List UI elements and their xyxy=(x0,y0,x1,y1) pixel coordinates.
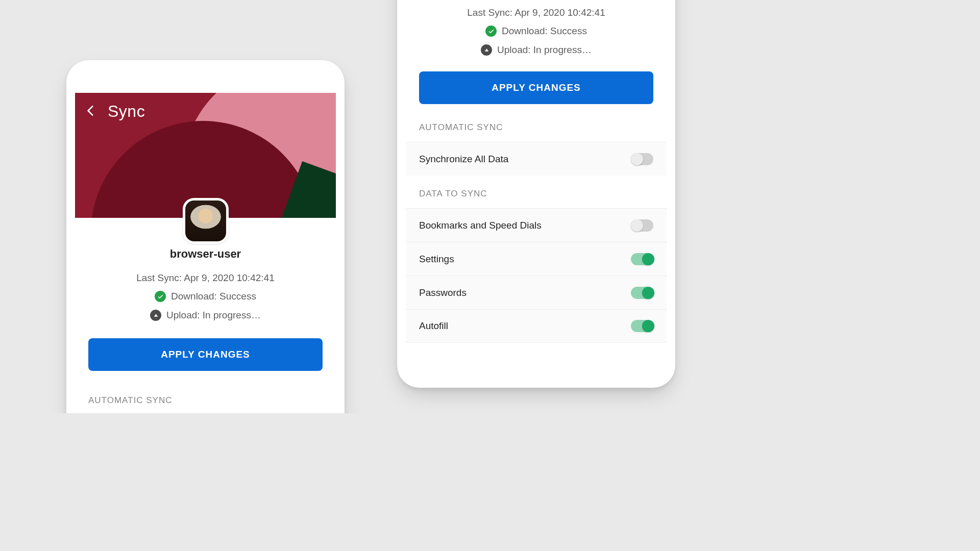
upload-circle-icon xyxy=(150,310,161,321)
toggle-switch[interactable] xyxy=(631,320,653,332)
last-sync-label: Last Sync: Apr 9, 2020 10:42:41 xyxy=(75,269,336,287)
check-circle-icon xyxy=(485,26,497,37)
username-label: browser-user xyxy=(75,247,336,261)
download-status-label: Download: Success xyxy=(171,287,256,306)
toggle-row-bookmarks[interactable]: Bookmarks and Speed Dials xyxy=(406,208,667,242)
phone-frame-right: Last Sync: Apr 9, 2020 10:42:41 Download… xyxy=(397,0,675,388)
svg-marker-0 xyxy=(154,314,157,317)
toggle-row-settings[interactable]: Settings xyxy=(406,242,667,276)
sync-status-block: Last Sync: Apr 9, 2020 10:42:41 Download… xyxy=(75,269,336,324)
phone-screen-left: Sync browser-user Last Sync: Apr 9, 2020… xyxy=(75,69,336,413)
phone-screen-right: Last Sync: Apr 9, 2020 10:42:41 Download… xyxy=(406,0,667,379)
download-status-label: Download: Success xyxy=(502,22,587,40)
toggle-switch[interactable] xyxy=(631,153,653,165)
page-title: Sync xyxy=(108,102,145,121)
toggle-label: Autofill xyxy=(419,320,448,332)
section-header-automatic-sync: AUTOMATIC SYNC xyxy=(406,122,667,142)
toggle-row-passwords[interactable]: Passwords xyxy=(406,276,667,309)
svg-marker-1 xyxy=(484,48,488,52)
upload-circle-icon xyxy=(481,44,492,56)
toggle-switch[interactable] xyxy=(631,219,653,232)
upload-status-label: Upload: In progress… xyxy=(497,41,592,59)
toggle-label: Synchronize All Data xyxy=(419,154,508,165)
upload-status-label: Upload: In progress… xyxy=(166,306,261,324)
apply-changes-button[interactable]: APPLY CHANGES xyxy=(88,338,323,371)
section-header-data-to-sync: DATA TO SYNC xyxy=(406,176,667,208)
toggle-switch[interactable] xyxy=(631,287,653,299)
back-button[interactable] xyxy=(84,104,97,119)
phone-frame-left: Sync browser-user Last Sync: Apr 9, 2020… xyxy=(66,60,345,413)
toggle-label: Bookmarks and Speed Dials xyxy=(419,220,542,231)
last-sync-label: Last Sync: Apr 9, 2020 10:42:41 xyxy=(406,4,667,22)
user-avatar[interactable] xyxy=(183,198,229,244)
sync-status-block: Last Sync: Apr 9, 2020 10:42:41 Download… xyxy=(406,0,667,59)
apply-changes-button[interactable]: APPLY CHANGES xyxy=(419,71,653,104)
toggle-label: Passwords xyxy=(419,287,467,298)
toggle-row-autofill[interactable]: Autofill xyxy=(406,309,667,343)
check-circle-icon xyxy=(155,291,166,302)
toggle-row-sync-all[interactable]: Synchronize All Data xyxy=(406,142,667,176)
toggle-label: Settings xyxy=(419,254,454,265)
toggle-switch[interactable] xyxy=(631,253,653,265)
section-header-automatic-sync: AUTOMATIC SYNC xyxy=(88,395,323,406)
